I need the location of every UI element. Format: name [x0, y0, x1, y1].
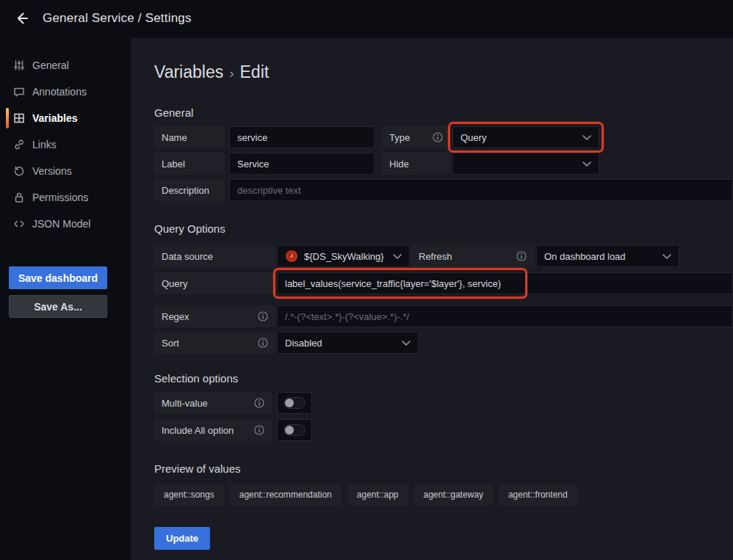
chevron-down-icon	[662, 254, 671, 259]
query-options-heading: Query Options	[154, 222, 225, 235]
chevron-down-icon	[582, 135, 591, 140]
toggle-knob	[285, 426, 294, 434]
sidebar-item-permissions[interactable]: Permissions	[0, 184, 131, 211]
sidebar-item-label: Annotations	[32, 86, 87, 98]
preview-value-chip: agent::recommendation	[230, 484, 342, 506]
settings-sidebar: General Annotations Variables Links	[0, 38, 131, 560]
sidebar-item-label: General	[32, 59, 69, 71]
sidebar-item-links[interactable]: Links	[0, 131, 131, 158]
active-indicator	[6, 108, 9, 128]
regex-label: Regex	[154, 305, 275, 327]
preview-heading: Preview of values	[154, 462, 241, 475]
info-icon	[258, 338, 268, 348]
label-label: Label	[154, 153, 225, 175]
breadcrumb: Variables›Edit	[154, 62, 269, 82]
datasource-select[interactable]: ${DS_SkyWalking}	[277, 245, 410, 267]
info-icon	[254, 425, 264, 435]
save-dashboard-button[interactable]: Save dashboard	[9, 266, 107, 289]
history-icon	[12, 165, 25, 178]
multi-value-label: Multi-value	[154, 392, 272, 414]
type-select[interactable]: Query	[452, 126, 599, 148]
preview-value-chip: agent::app	[347, 484, 408, 506]
sidebar-item-label: Versions	[32, 165, 72, 177]
top-bar: General Service / Settings	[0, 0, 733, 38]
comment-icon	[12, 86, 25, 98]
grid-icon	[12, 112, 25, 125]
info-icon	[254, 398, 264, 408]
sidebar-item-label: JSON Model	[32, 218, 90, 230]
toggle-track	[284, 424, 306, 436]
preview-value-chip: agent::gateway	[414, 484, 493, 506]
description-label: Description	[154, 179, 225, 201]
label-input[interactable]	[229, 153, 375, 175]
refresh-label: Refresh	[411, 245, 534, 267]
datasource-label: Data source	[154, 245, 275, 267]
info-icon	[258, 311, 268, 321]
include-all-label: Include All option	[154, 419, 272, 441]
variables-edit-panel: Variables›Edit General Name Type Query L…	[131, 38, 733, 560]
preview-values-list: agent::songs agent::recommendation agent…	[154, 484, 577, 506]
toggle-knob	[285, 399, 294, 407]
sort-label: Sort	[154, 332, 275, 354]
preview-value-chip: agent::songs	[154, 484, 224, 506]
sidebar-item-label: Permissions	[32, 192, 88, 203]
include-all-toggle[interactable]	[277, 419, 312, 441]
description-input[interactable]	[229, 179, 733, 201]
query-label: Query	[154, 272, 275, 294]
page-title: General Service / Settings	[43, 11, 192, 26]
sort-select[interactable]: Disabled	[277, 332, 419, 354]
name-label: Name	[154, 126, 225, 148]
arrow-left-icon	[13, 10, 29, 29]
datasource-flame-icon	[285, 250, 298, 263]
chevron-down-icon	[402, 341, 411, 346]
toggle-track	[284, 397, 306, 409]
save-as-button[interactable]: Save As...	[9, 295, 107, 318]
selection-options-heading: Selection options	[154, 372, 238, 385]
sidebar-item-annotations[interactable]: Annotations	[0, 79, 131, 105]
breadcrumb-section[interactable]: Variables	[154, 62, 223, 81]
multi-value-toggle[interactable]	[277, 392, 312, 414]
sidebar-item-general[interactable]: General	[0, 52, 131, 79]
sidebar-item-versions[interactable]: Versions	[0, 158, 131, 184]
update-button[interactable]: Update	[154, 527, 210, 550]
regex-input[interactable]	[277, 305, 733, 327]
preview-value-chip: agent::frontend	[499, 484, 577, 506]
sidebar-item-variables[interactable]: Variables	[0, 105, 131, 131]
link-icon	[12, 139, 25, 151]
lock-icon	[12, 192, 25, 204]
query-input[interactable]	[277, 272, 733, 294]
type-label: Type	[382, 126, 450, 148]
breadcrumb-separator: ›	[223, 65, 239, 81]
breadcrumb-page: Edit	[240, 62, 270, 81]
chevron-down-icon	[582, 161, 591, 167]
sidebar-item-json-model[interactable]: JSON Model	[0, 211, 131, 237]
hide-select[interactable]	[452, 153, 599, 175]
back-button[interactable]	[10, 8, 32, 30]
refresh-select[interactable]: On dashboard load	[536, 245, 679, 267]
sidebar-item-label: Variables	[32, 112, 78, 124]
general-heading: General	[154, 106, 193, 119]
grafana-settings-page: General Service / Settings General Annot…	[0, 0, 733, 560]
hide-label: Hide	[382, 153, 450, 175]
info-icon	[516, 251, 527, 261]
chevron-down-icon	[393, 254, 402, 259]
info-icon	[433, 132, 443, 142]
name-input[interactable]	[229, 126, 375, 148]
sidebar-item-label: Links	[32, 139, 57, 150]
sliders-icon	[12, 59, 25, 72]
code-icon	[12, 218, 25, 230]
